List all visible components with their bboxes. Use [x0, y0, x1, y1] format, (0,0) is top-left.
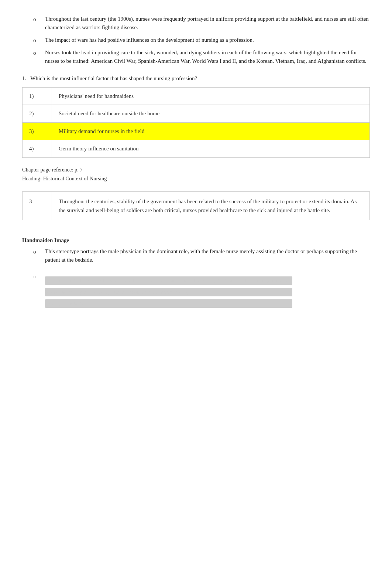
bullet-text-1: Throughout the last century (the 1900s),… — [45, 15, 370, 32]
bullet-marker-1: o — [33, 15, 42, 24]
bullet-item-2: o The impact of wars has had positive in… — [33, 36, 370, 45]
answer-text-4: Germ theory influence on sanitation — [52, 140, 370, 158]
question-text-1: 1. Which is the most influential factor … — [22, 74, 370, 83]
answer-table: 1)Physicians' need for handmaidens2)Soci… — [22, 87, 370, 158]
answer-text-1: Physicians' need for handmaidens — [52, 87, 370, 105]
answer-num-4: 4) — [23, 140, 52, 158]
answer-num-1: 1) — [23, 87, 52, 105]
intro-bullet-list: o Throughout the last century (the 1900s… — [22, 15, 370, 65]
question-number: 1. — [22, 75, 26, 81]
explanation-table: 3 Throughout the centuries, stability of… — [22, 191, 370, 220]
blurred-content: The nurse with the same skills who contr… — [45, 273, 292, 308]
answer-row-3: 3)Military demand for nurses in the fiel… — [23, 122, 370, 140]
blurred-line-1: The nurse with the same skills who contr… — [45, 276, 292, 285]
explanation-num: 3 — [23, 192, 52, 220]
handmaiden-text-1: This stereotype portrays the male physic… — [45, 247, 370, 265]
answer-num-3: 3) — [23, 122, 52, 140]
bullet-marker-3: o — [33, 49, 42, 57]
bullet-text-3: Nurses took the lead in providing care t… — [45, 48, 370, 66]
answer-text-2: Societal need for healthcare outside the… — [52, 105, 370, 123]
bullet-marker-2: o — [33, 36, 42, 45]
answer-text-3: Military demand for nurses in the field — [52, 122, 370, 140]
question-block-1: 1. Which is the most influential factor … — [22, 74, 370, 158]
blurred-marker: o — [33, 273, 42, 280]
blurred-line-3: nursing assistant. — [45, 299, 292, 308]
answer-num-2: 2) — [23, 105, 52, 123]
answer-row-1: 1)Physicians' need for handmaidens — [23, 87, 370, 105]
blurred-text-block: o The nurse with the same skills who con… — [22, 273, 370, 308]
answer-row-4: 4)Germ theory influence on sanitation — [23, 140, 370, 158]
bullet-text-2: The impact of wars has had positive infl… — [45, 36, 370, 44]
chapter-ref-line2: Heading: Historical Context of Nursing — [22, 174, 370, 183]
chapter-ref-line1: Chapter page reference: p. 7 — [22, 165, 370, 174]
handmaiden-bullet-list: o This stereotype portrays the male phys… — [22, 247, 370, 265]
handmaiden-marker-1: o — [33, 248, 42, 256]
chapter-reference: Chapter page reference: p. 7 Heading: Hi… — [22, 165, 370, 183]
question-body: Which is the most influential factor tha… — [30, 75, 197, 81]
answer-row-2: 2)Societal need for healthcare outside t… — [23, 105, 370, 123]
bullet-item-1: o Throughout the last century (the 1900s… — [33, 15, 370, 32]
handmaiden-bullet-1: o This stereotype portrays the male phys… — [33, 247, 370, 265]
explanation-row: 3 Throughout the centuries, stability of… — [23, 192, 370, 220]
section-heading-handmaiden: Handmaiden Image — [22, 237, 370, 244]
blurred-line-2: it just had been given orders, such the … — [45, 288, 292, 296]
explanation-text: Throughout the centuries, stability of t… — [52, 192, 370, 220]
bullet-item-3: o Nurses took the lead in providing care… — [33, 48, 370, 66]
